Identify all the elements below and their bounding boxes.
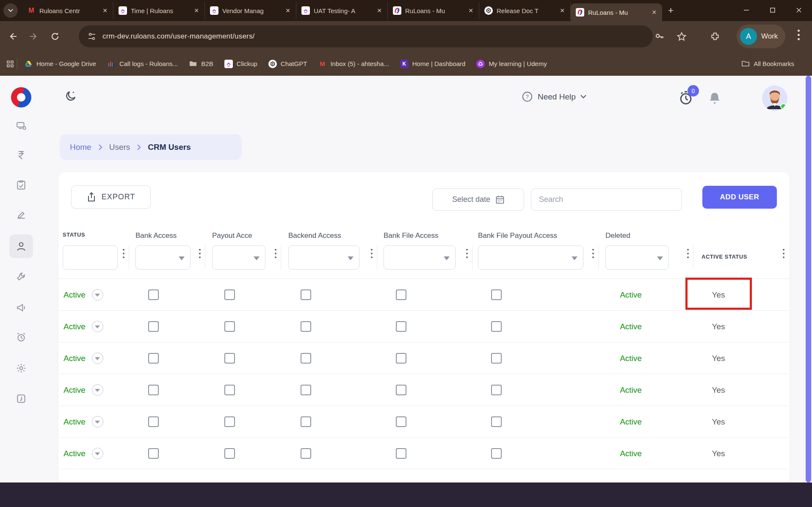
column-menu-icon[interactable] <box>592 249 594 258</box>
bank-access-checkbox[interactable] <box>148 416 159 427</box>
browser-tab[interactable]: Release Doc T ✕ <box>479 2 571 19</box>
backend-access-checkbox[interactable] <box>301 448 311 459</box>
extensions-icon[interactable] <box>710 31 721 42</box>
bank-access-checkbox[interactable] <box>148 321 159 332</box>
tab-close-icon[interactable]: ✕ <box>376 7 383 14</box>
backend-access-checkbox[interactable] <box>301 385 311 395</box>
apps-grid-icon[interactable] <box>6 60 14 68</box>
notification-bell-icon[interactable] <box>707 91 722 105</box>
backend-access-filter-select[interactable] <box>288 245 359 270</box>
status-dropdown-icon[interactable] <box>92 384 103 396</box>
tab-search-button[interactable] <box>3 3 18 18</box>
tab-close-icon[interactable]: ✕ <box>101 7 109 14</box>
dark-mode-moon-icon[interactable] <box>64 90 77 102</box>
all-bookmarks-button[interactable]: All Bookmarks <box>741 60 794 68</box>
payout-access-filter-select[interactable] <box>212 245 265 270</box>
bank-file-access-checkbox[interactable] <box>396 321 406 332</box>
add-user-button[interactable]: ADD USER <box>702 186 777 209</box>
minimize-button[interactable] <box>733 0 760 20</box>
user-avatar[interactable] <box>762 85 787 111</box>
bank-file-access-checkbox[interactable] <box>396 416 406 427</box>
sidebar-item-journal[interactable] <box>9 387 33 411</box>
status-dropdown-icon[interactable] <box>92 448 103 459</box>
bank-access-checkbox[interactable] <box>148 448 159 459</box>
deleted-filter-select[interactable] <box>605 245 669 270</box>
column-menu-icon[interactable] <box>275 249 276 258</box>
sidebar-item-edit[interactable] <box>9 203 33 226</box>
column-menu-icon[interactable] <box>123 249 124 258</box>
status-dropdown-icon[interactable] <box>92 353 103 364</box>
search-input[interactable] <box>531 188 682 211</box>
site-settings-icon[interactable] <box>87 32 97 41</box>
backend-access-checkbox[interactable] <box>301 321 311 332</box>
bank-file-access-checkbox[interactable] <box>396 448 406 459</box>
tab-close-icon[interactable]: ✕ <box>193 7 200 14</box>
tab-close-icon[interactable]: ✕ <box>284 7 292 14</box>
password-key-icon[interactable] <box>654 31 665 42</box>
sidebar-item-payments[interactable] <box>9 143 33 167</box>
payout-access-checkbox[interactable] <box>224 289 235 300</box>
browser-menu-icon[interactable] <box>798 30 800 40</box>
sidebar-item-devices[interactable] <box>9 114 33 138</box>
bank-file-access-checkbox[interactable] <box>396 385 406 395</box>
bank-access-filter-select[interactable] <box>135 245 191 270</box>
reload-button[interactable] <box>47 28 64 45</box>
bookmark-item[interactable]: M Inbox (5) - ahtesha... <box>318 60 389 68</box>
bookmark-item[interactable]: Clickup <box>224 60 257 68</box>
column-menu-icon[interactable] <box>687 249 689 258</box>
sidebar-item-reminders[interactable] <box>9 325 33 349</box>
bookmark-item[interactable]: Home - Google Drive <box>24 60 96 68</box>
url-text[interactable]: crm-dev.ruloans.com/user-management/user… <box>102 32 255 41</box>
bank-file-access-checkbox[interactable] <box>396 353 406 364</box>
status-dropdown-icon[interactable] <box>92 321 103 332</box>
tab-close-icon[interactable]: ✕ <box>650 9 658 16</box>
bank-file-access-filter-select[interactable] <box>384 245 456 270</box>
bank-file-payout-access-checkbox[interactable] <box>491 289 502 300</box>
bank-file-payout-access-checkbox[interactable] <box>491 448 502 459</box>
sidebar-item-tools[interactable] <box>9 265 33 289</box>
bank-file-payout-access-filter-select[interactable] <box>478 245 583 270</box>
bank-file-payout-access-checkbox[interactable] <box>491 385 502 395</box>
bank-file-payout-access-checkbox[interactable] <box>491 353 502 364</box>
tab-close-icon[interactable]: ✕ <box>467 7 475 14</box>
close-button[interactable] <box>786 0 812 20</box>
bookmark-star-icon[interactable] <box>676 31 687 42</box>
breadcrumb-users-link[interactable]: Users <box>109 143 130 152</box>
browser-tab-active[interactable]: RuLoans - Mu ✕ <box>571 3 662 21</box>
status-filter-input[interactable] <box>63 245 118 270</box>
payout-access-checkbox[interactable] <box>224 353 235 364</box>
bookmark-item[interactable]: ChatGPT <box>268 60 307 68</box>
payout-access-checkbox[interactable] <box>224 321 235 332</box>
browser-tab[interactable]: RuLoans - Mu ✕ <box>388 2 479 19</box>
bank-file-access-checkbox[interactable] <box>396 289 406 300</box>
bank-file-payout-access-checkbox[interactable] <box>491 416 502 427</box>
browser-tab[interactable]: M Ruloans Centr ✕ <box>22 2 113 19</box>
sidebar-item-tasks[interactable] <box>9 173 33 197</box>
bank-access-checkbox[interactable] <box>148 289 159 300</box>
export-button[interactable]: EXPORT <box>71 185 151 209</box>
tab-close-icon[interactable]: ✕ <box>558 7 566 14</box>
browser-tab[interactable]: Time | Ruloans ✕ <box>113 2 205 19</box>
need-help-menu[interactable]: ? Need Help <box>522 91 586 102</box>
bookmark-item[interactable]: B2B <box>189 60 213 68</box>
payout-access-checkbox[interactable] <box>224 385 235 395</box>
payout-access-checkbox[interactable] <box>224 416 235 427</box>
payout-access-checkbox[interactable] <box>224 448 235 459</box>
column-menu-icon[interactable] <box>199 249 201 258</box>
browser-tab[interactable]: Vendor Manag ✕ <box>205 2 296 19</box>
select-date-field[interactable]: Select date <box>432 188 524 211</box>
new-tab-button[interactable]: + <box>668 5 674 16</box>
bank-access-checkbox[interactable] <box>148 353 159 364</box>
page-scrollbar[interactable] <box>806 76 811 482</box>
bank-access-checkbox[interactable] <box>148 385 159 395</box>
ruloans-logo[interactable] <box>11 87 31 107</box>
bookmark-item[interactable]: My learning | Udemy <box>476 60 547 68</box>
backend-access-checkbox[interactable] <box>301 353 311 364</box>
breadcrumb-home-link[interactable]: Home <box>70 143 91 152</box>
address-bar[interactable]: crm-dev.ruloans.com/user-management/user… <box>79 25 653 47</box>
forward-button[interactable] <box>25 28 42 45</box>
sidebar-item-settings[interactable] <box>9 356 33 380</box>
back-button[interactable] <box>4 28 21 45</box>
backend-access-checkbox[interactable] <box>301 416 311 427</box>
column-menu-icon[interactable] <box>371 249 373 258</box>
